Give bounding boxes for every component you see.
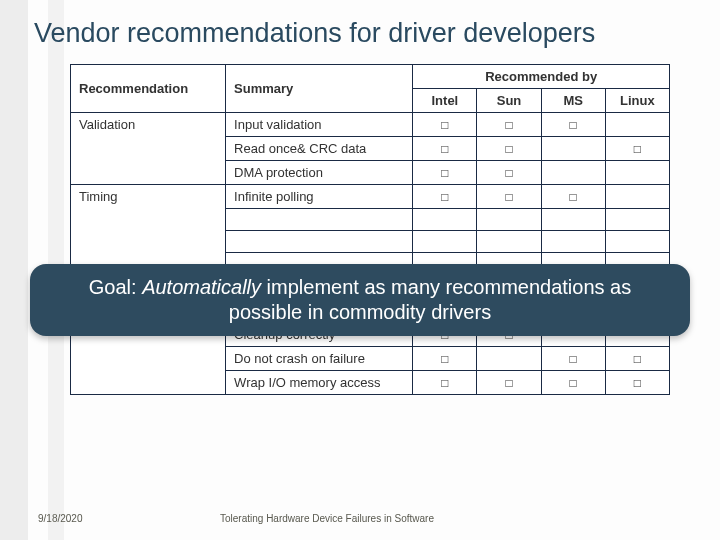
cat-timing: Timing — [71, 185, 226, 275]
cell-mark: □ — [541, 185, 605, 209]
cell-summary: Input validation — [226, 113, 413, 137]
cell-mark: □ — [541, 371, 605, 395]
cell-mark — [605, 185, 669, 209]
cell-mark: □ — [413, 347, 477, 371]
col-ms: MS — [541, 89, 605, 113]
cat-validation: Validation — [71, 113, 226, 185]
cell-mark — [605, 161, 669, 185]
cell-mark: □ — [413, 371, 477, 395]
col-linux: Linux — [605, 89, 669, 113]
cell-mark — [605, 113, 669, 137]
cell-mark: □ — [541, 347, 605, 371]
bg-stripe — [0, 0, 28, 540]
cell-summary: DMA protection — [226, 161, 413, 185]
cell-mark: □ — [477, 113, 541, 137]
cell-mark: □ — [413, 113, 477, 137]
cell-mark: □ — [477, 371, 541, 395]
table-row: Validation Input validation □ □ □ — [71, 113, 670, 137]
cell-mark — [541, 137, 605, 161]
page-title: Vendor recommendations for driver develo… — [34, 18, 595, 49]
cell-mark: □ — [477, 185, 541, 209]
col-sun: Sun — [477, 89, 541, 113]
cell-mark: □ — [413, 137, 477, 161]
goal-text-pre: Goal: — [89, 276, 142, 298]
cell-mark: □ — [605, 347, 669, 371]
cell-summary: Read once& CRC data — [226, 137, 413, 161]
table-row: Timing Infinite polling □ □ □ — [71, 185, 670, 209]
goal-text-post: implement as many recommendations as pos… — [229, 276, 631, 323]
col-intel: Intel — [413, 89, 477, 113]
cell-summary: Do not crash on failure — [226, 347, 413, 371]
col-recommendation: Recommendation — [71, 65, 226, 113]
cell-mark — [541, 161, 605, 185]
col-summary: Summary — [226, 65, 413, 113]
cell-mark — [477, 347, 541, 371]
goal-callout: Goal: Automatically implement as many re… — [30, 264, 690, 336]
cell-mark: □ — [413, 185, 477, 209]
cell-mark: □ — [477, 137, 541, 161]
recommendations-table: Recommendation Summary Recommended by In… — [70, 64, 670, 395]
cell-mark: □ — [605, 371, 669, 395]
cell-mark: □ — [541, 113, 605, 137]
cell-mark: □ — [477, 161, 541, 185]
cell-summary: Infinite polling — [226, 185, 413, 209]
footer-date: 9/18/2020 — [38, 513, 83, 524]
cell-summary: Wrap I/O memory access — [226, 371, 413, 395]
cell-mark: □ — [605, 137, 669, 161]
footer-title: Tolerating Hardware Device Failures in S… — [220, 513, 434, 524]
goal-text-em: Automatically — [142, 276, 261, 298]
col-group-recommended-by: Recommended by — [413, 65, 670, 89]
cell-mark: □ — [413, 161, 477, 185]
